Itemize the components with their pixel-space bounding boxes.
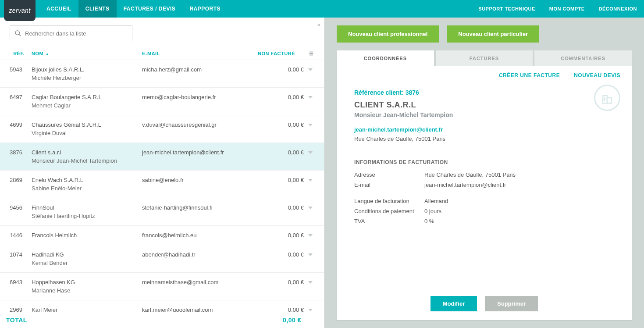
nav-compte[interactable]: MON COMPTE — [542, 0, 592, 18]
nav-rapports[interactable]: RAPPORTS — [182, 0, 228, 18]
collapse-icon[interactable]: » — [317, 21, 320, 28]
row-ref: 9456 — [10, 204, 28, 211]
nav-factures[interactable]: FACTURES / DEVIS — [117, 0, 183, 18]
row-amount: 0,00 € — [288, 279, 304, 285]
billing-terms-label: Conditions de paiement — [354, 208, 424, 214]
row-name-block: Chaussures Génial S.A.R.LVirginie Duval — [28, 121, 142, 136]
client-row[interactable]: 5943Bijoux jolies S.A.R.L.Michèle Herzbe… — [0, 60, 324, 88]
row-menu-icon[interactable] — [308, 179, 313, 182]
row-menu-icon[interactable] — [308, 124, 313, 126]
row-amount-block: 0,00 € — [256, 279, 314, 285]
client-address: Rue Charles de Gaulle, 75001 Paris — [354, 135, 614, 142]
billing-section-title: INFORMATIONS DE FACTURATION — [354, 159, 614, 165]
row-name: Chaussures Génial S.A.R.L — [32, 121, 142, 128]
row-contact: Kemal Bender — [32, 260, 142, 266]
row-contact: Michèle Herzberger — [32, 75, 142, 81]
row-ref: 5943 — [10, 66, 28, 73]
row-name: FinnSoul — [32, 204, 142, 211]
header-ref[interactable]: RÉF. — [10, 51, 28, 56]
columns-menu-icon[interactable]: ☰ — [309, 51, 314, 57]
row-email: v.duval@chaussuresgenial.gr — [142, 121, 256, 128]
new-quote-link[interactable]: NOUVEAU DEVIS — [574, 72, 620, 78]
search-input[interactable] — [25, 30, 128, 37]
tab-factures[interactable]: FACTURES — [436, 50, 533, 66]
card-footer: Modifier Supprimer — [337, 288, 632, 320]
row-name: Hadihadi KG — [32, 251, 142, 258]
logo[interactable]: zervant — [0, 0, 39, 18]
row-name-block: Enelo Wach S.A.R.LSabine Enélo-Meier — [28, 177, 142, 192]
header-non-facture[interactable]: NON FACTURÉ — [256, 51, 314, 56]
new-private-client-button[interactable]: Nouveau client particulier — [447, 25, 539, 43]
billing-address-value: Rue Charles de Gaulle, 75001 Paris — [424, 171, 614, 178]
row-menu-icon[interactable] — [308, 253, 313, 256]
contact-name: Monsieur Jean-Michel Tartempion — [354, 111, 614, 118]
client-row[interactable]: 3876Client s.a.r.lMonsieur Jean-Michel T… — [0, 143, 324, 171]
svg-point-0 — [15, 31, 19, 35]
row-name-block: Hoppelhasen KGMarianne Hase — [28, 279, 142, 294]
row-ref: 1446 — [10, 232, 28, 239]
header-nom[interactable]: NOM▲ — [28, 51, 142, 56]
row-name: Karl Meier — [32, 307, 142, 312]
tab-coordonnees[interactable]: COORDONNÉES — [337, 50, 434, 66]
nav-clients[interactable]: CLIENTS — [78, 0, 117, 18]
row-menu-icon[interactable] — [308, 234, 313, 237]
delete-button[interactable]: Supprimer — [485, 296, 538, 311]
client-row[interactable]: 2869Enelo Wach S.A.R.LSabine Enélo-Meier… — [0, 171, 324, 198]
row-name-block: Caglar Boulangerie S.A.R.LMehmet Caglar — [28, 94, 142, 109]
row-amount: 0,00 € — [288, 251, 304, 258]
row-name-block: Client s.a.r.lMonsieur Jean-Michel Tarte… — [28, 149, 142, 164]
row-ref: 6943 — [10, 279, 28, 285]
row-name: Enelo Wach S.A.R.L — [32, 177, 142, 183]
modify-button[interactable]: Modifier — [431, 296, 477, 311]
row-email: micha.herz@gmail.com — [142, 66, 256, 73]
client-email-link[interactable]: jean-michel.tartempion@client.fr — [354, 126, 614, 133]
top-nav: zervant ACCUEIL CLIENTS FACTURES / DEVIS… — [0, 0, 644, 18]
search-box[interactable] — [10, 25, 132, 41]
row-menu-icon[interactable] — [308, 96, 313, 99]
row-amount: 0,00 € — [288, 204, 304, 211]
row-contact: Monsieur Jean-Michel Tartempion — [32, 157, 142, 164]
total-value: 0,00 € — [283, 317, 314, 324]
billing-vat-label: TVA — [354, 218, 424, 225]
divider — [354, 151, 565, 151]
detail-actions: CRÉER UNE FACTURE NOUVEAU DEVIS — [337, 66, 632, 80]
row-name-block: Francois Heimlich — [28, 232, 142, 239]
billing-vat-value: 0 % — [424, 218, 614, 225]
row-amount: 0,00 € — [288, 149, 304, 156]
client-row[interactable]: 4699Chaussures Génial S.A.R.LVirginie Du… — [0, 115, 324, 143]
client-row[interactable]: 9456FinnSoulStéfanie Haertling-Hopitzste… — [0, 198, 324, 226]
detail-tabs: COORDONNÉES FACTURES COMMENTAIRES — [337, 50, 632, 66]
row-menu-icon[interactable] — [308, 281, 313, 284]
nav-accueil[interactable]: ACCUEIL — [39, 0, 78, 18]
row-amount-block: 0,00 € — [256, 204, 314, 211]
header-email[interactable]: E-MAIL — [142, 51, 256, 56]
row-name-block: Bijoux jolies S.A.R.L.Michèle Herzberger — [28, 66, 142, 81]
row-amount-block: 0,00 € — [256, 177, 314, 183]
row-menu-icon[interactable] — [308, 207, 313, 209]
row-amount-block: 0,00 € — [256, 66, 314, 73]
row-amount: 0,00 € — [288, 307, 304, 312]
tab-commentaires[interactable]: COMMENTAIRES — [534, 50, 632, 66]
row-email: abender@hadihadi.tr — [142, 251, 256, 258]
client-row[interactable]: 1446Francois Heimlichfrancois@heimlich.e… — [0, 226, 324, 245]
billing-info: Adresse Rue Charles de Gaulle, 75001 Par… — [354, 171, 614, 188]
nav-deconnexion[interactable]: DÉCONNEXION — [592, 0, 644, 18]
billing-lang-value: Allemand — [424, 198, 614, 204]
client-row[interactable]: 1074Hadihadi KGKemal Benderabender@hadih… — [0, 245, 324, 273]
row-email: francois@heimlich.eu — [142, 232, 256, 239]
row-name: Francois Heimlich — [32, 232, 142, 239]
new-pro-client-button[interactable]: Nouveau client professionnel — [337, 25, 439, 43]
client-row[interactable]: 2969Karl Meierkarl.meier@googlemail.com0… — [0, 300, 324, 312]
create-invoice-link[interactable]: CRÉER UNE FACTURE — [499, 72, 560, 78]
nav-support[interactable]: SUPPORT TECHNIQUE — [471, 0, 542, 18]
client-row[interactable]: 6943Hoppelhasen KGMarianne Hasemeinnamei… — [0, 273, 324, 300]
row-menu-icon[interactable] — [308, 309, 313, 311]
client-detail-card: COORDONNÉES FACTURES COMMENTAIRES CRÉER … — [337, 50, 632, 320]
row-menu-icon[interactable] — [308, 151, 313, 154]
nav-secondary: SUPPORT TECHNIQUE MON COMPTE DÉCONNEXION — [471, 0, 644, 18]
row-menu-icon[interactable] — [308, 68, 313, 71]
row-amount-block: 0,00 € — [256, 232, 314, 239]
client-row[interactable]: 6497Caglar Boulangerie S.A.R.LMehmet Cag… — [0, 88, 324, 115]
row-contact: Marianne Hase — [32, 287, 142, 294]
row-name: Client s.a.r.l — [32, 149, 142, 156]
